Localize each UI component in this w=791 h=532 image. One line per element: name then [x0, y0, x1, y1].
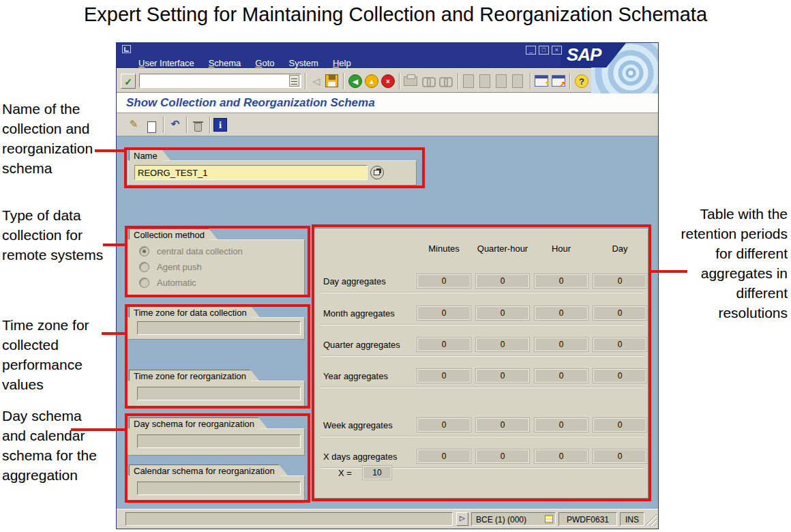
retention-value[interactable]: 0 [535, 369, 588, 383]
cancel-icon[interactable]: × [381, 74, 395, 88]
retention-value[interactable]: 0 [476, 418, 529, 432]
retention-value[interactable]: 0 [593, 449, 646, 463]
first-page-icon[interactable] [463, 74, 474, 88]
retention-value[interactable]: 0 [593, 418, 646, 432]
retention-value[interactable]: 0 [476, 306, 529, 320]
retention-value[interactable]: 0 [593, 338, 646, 351]
column-header-day: Day [593, 243, 646, 254]
help-icon[interactable]: ? [575, 74, 588, 88]
system-menu-icon[interactable] [122, 45, 131, 53]
connector-line-timezone [102, 332, 128, 335]
find-next-icon[interactable] [438, 77, 453, 85]
retention-value[interactable]: 0 [417, 306, 471, 320]
retention-value[interactable]: 0 [417, 418, 471, 432]
menu-help[interactable]: Help [333, 58, 351, 68]
retention-value[interactable]: 0 [535, 306, 588, 320]
close-button[interactable]: × [552, 46, 562, 55]
undo-icon[interactable]: ↶ [167, 117, 183, 133]
enter-button[interactable]: ✓ [121, 74, 136, 89]
create-shortcut-icon[interactable]: ↗ [552, 75, 565, 87]
new-session-icon[interactable]: * [535, 75, 548, 87]
connector-line-table [650, 270, 687, 273]
callout-time-zone: Time zone for collected performance valu… [2, 315, 89, 394]
exit-icon[interactable]: ▲ [365, 74, 378, 88]
column-header-quarter-hour: Quarter-hour [476, 243, 529, 254]
maximize-button[interactable]: □ [539, 46, 549, 55]
row-label-x-days-aggregates: X days aggregates [323, 452, 397, 462]
radio-label-central: central data collection [157, 246, 243, 256]
retention-value[interactable]: 0 [535, 338, 588, 351]
row-label-quarter-aggregates: Quarter aggregates [323, 340, 400, 350]
find-icon[interactable] [421, 77, 436, 85]
resize-grip[interactable] [644, 514, 657, 526]
retention-value[interactable]: 0 [476, 338, 529, 351]
status-message-field [125, 512, 453, 526]
print-icon[interactable] [404, 76, 417, 86]
retention-value[interactable]: 0 [417, 449, 471, 463]
window-controls: _ □ × [526, 46, 562, 55]
delete-icon[interactable] [190, 117, 207, 133]
server-list-icon[interactable] [545, 515, 553, 523]
row-label-week-aggregates: Week aggregates [323, 420, 393, 430]
create-icon[interactable] [144, 117, 160, 133]
calendar-schema-input[interactable] [137, 482, 301, 495]
next-page-icon[interactable] [496, 74, 507, 88]
previous-page-icon[interactable] [479, 74, 490, 88]
menu-system[interactable]: System [289, 58, 318, 68]
tz-data-collection-input[interactable] [137, 321, 301, 335]
screen-content: Name REORG_TEST_1 Collection method cent… [117, 136, 658, 509]
save-icon[interactable] [325, 74, 338, 87]
retention-value[interactable]: 0 [535, 418, 588, 432]
radio-label-automatic: Automatic [157, 278, 196, 288]
x-value-input[interactable]: 10 [363, 466, 391, 479]
aggregates-panel: Minutes Quarter-hour Hour Day Day aggreg… [314, 229, 648, 499]
status-expand-icon[interactable]: ▷ [456, 512, 468, 526]
info-icon[interactable]: i [213, 118, 227, 132]
calendar-schema-group-label: Calendar schema for reorganization [129, 464, 280, 476]
connector-line-dayschema [71, 428, 128, 431]
name-group-label: Name [129, 149, 162, 161]
command-input[interactable] [139, 74, 301, 88]
retention-value[interactable]: 0 [476, 449, 529, 463]
retention-value[interactable]: 0 [417, 274, 471, 288]
minimize-button[interactable]: _ [526, 46, 536, 55]
retention-value[interactable]: 0 [476, 274, 529, 288]
day-schema-input[interactable] [137, 434, 301, 448]
retention-value[interactable]: 0 [417, 369, 471, 383]
menu-schema[interactable]: Schema [209, 58, 241, 68]
retention-value[interactable]: 0 [476, 369, 529, 383]
tz-data-collection-group-label: Time zone for data collection [129, 306, 252, 318]
radio-automatic[interactable] [139, 278, 149, 288]
command-history-icon[interactable] [289, 75, 299, 87]
menu-goto[interactable]: Goto [255, 58, 274, 68]
retention-value[interactable]: 0 [593, 369, 646, 383]
status-system-field[interactable]: BCE (1) (000) [471, 512, 556, 526]
retention-value[interactable]: 0 [417, 338, 471, 351]
retention-value[interactable]: 0 [593, 306, 646, 320]
screen-title-bar: Show Collection and Reorganization Schem… [117, 93, 658, 113]
last-page-icon[interactable] [512, 74, 523, 88]
callout-retention-table: Table with the retention periods for dif… [661, 204, 788, 323]
schema-name-input[interactable]: REORG_TEST_1 [134, 165, 368, 180]
radio-agent-push[interactable] [139, 262, 149, 272]
back-arrow-icon[interactable]: ◁ [309, 74, 324, 89]
matchcode-icon[interactable] [370, 166, 384, 179]
radio-central-data-collection[interactable] [139, 246, 149, 256]
display-change-icon[interactable]: ✎ [125, 117, 142, 133]
tz-reorganization-input[interactable] [137, 387, 301, 400]
tz-reorganization-group-label: Time zone for reorganization [129, 370, 251, 381]
back-icon[interactable]: ◀ [348, 74, 362, 88]
row-label-year-aggregates: Year aggregates [323, 371, 388, 381]
retention-value[interactable]: 0 [593, 274, 646, 288]
status-server-field[interactable]: PWDF0631 [558, 512, 617, 526]
screen-title: Show Collection and Reorganization Schem… [126, 96, 375, 110]
status-insert-mode-field[interactable]: INS [620, 512, 644, 526]
retention-value[interactable]: 0 [535, 449, 588, 463]
collection-method-group-label: Collection method [129, 228, 209, 240]
connector-line-name [95, 149, 127, 152]
retention-value[interactable]: 0 [535, 274, 588, 288]
menu-user-interface[interactable]: User Interface [138, 58, 194, 68]
sap-window: _ □ × SAP User Interface Schema Goto Sys… [116, 42, 659, 529]
column-header-minutes: Minutes [417, 243, 471, 254]
row-label-month-aggregates: Month aggregates [323, 308, 395, 319]
